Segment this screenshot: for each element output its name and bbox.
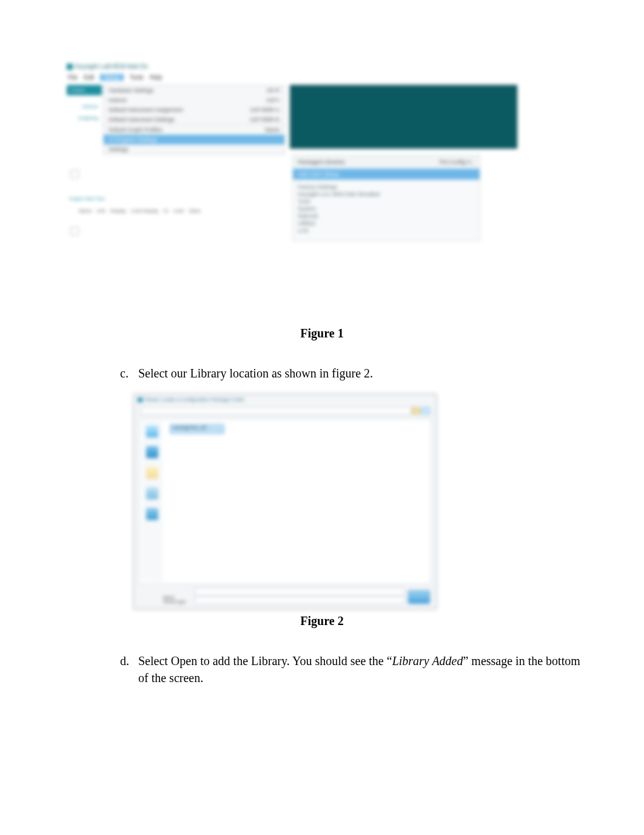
- right-banner: [290, 85, 517, 149]
- filetype-field[interactable]: [195, 597, 404, 604]
- library-list: Factory Settings Keysight LXA 4500 Disk …: [293, 180, 480, 240]
- app-title: Keysight LabVIEW Add-On: [75, 63, 148, 70]
- dialog-title: Please Locate a Configuration Package Fo…: [144, 397, 244, 402]
- figure-1-screenshot: Keysight LabVIEW Add-On File Edit Setup …: [67, 61, 515, 322]
- step-c: c. Select our Library location as shown …: [120, 365, 583, 382]
- header-right: Pre-Config V...: [440, 159, 475, 165]
- grid-col: Or: [163, 208, 169, 214]
- left-tabs: Chann Instrum Graphing: [67, 85, 102, 124]
- tab-channels[interactable]: Chann: [67, 85, 102, 95]
- place-recent-icon[interactable]: [146, 425, 158, 438]
- figure-1: Keysight LabVIEW Add-On File Edit Setup …: [61, 61, 583, 340]
- figure-2-caption: Figure 2: [61, 614, 583, 628]
- dialog-path-row: [140, 407, 430, 415]
- menu-item[interactable]: InstrumCtrl+I: [104, 95, 284, 105]
- right-panel: Packaged Libraries: Pre-Config V... Add …: [292, 155, 480, 241]
- menu-file[interactable]: File: [68, 74, 78, 81]
- path-field[interactable]: [140, 407, 412, 414]
- setup-dropdown: Hardware SettingsAlt+S InstrumCtrl+I Def…: [103, 85, 285, 155]
- menubar: File Edit Setup Tools Help: [68, 74, 162, 81]
- new-folder-icon[interactable]: [421, 407, 430, 414]
- figure-1-caption: Figure 1: [61, 326, 583, 340]
- place-desktop-icon[interactable]: [146, 446, 158, 458]
- right-panel-header: Packaged Libraries: Pre-Config V...: [293, 155, 480, 169]
- place-network-icon[interactable]: [146, 508, 158, 520]
- menu-item[interactable]: Default Instrument AssignmentCtrl+Shift+…: [104, 105, 284, 115]
- menu-item[interactable]: Default Instrument SettingsCtrl+Shift+D: [104, 115, 284, 124]
- step-d-italic: Library Added: [392, 654, 463, 668]
- filetype-label: Source type: [163, 600, 191, 604]
- figure-2-screenshot: Please Locate a Configuration Package Fo…: [133, 394, 437, 609]
- filename-field[interactable]: [195, 588, 404, 595]
- step-d: d. Select Open to add the Library. You s…: [120, 652, 583, 686]
- dialog-app-icon: [138, 397, 143, 402]
- dialog-file-area: LaverageText_v07: [139, 419, 431, 584]
- step-c-marker: c.: [120, 365, 138, 382]
- place-documents-icon[interactable]: [146, 467, 158, 479]
- list-item[interactable]: Factory Settings: [298, 183, 475, 191]
- menu-item[interactable]: Settings: [104, 144, 284, 154]
- menu-edit[interactable]: Edit: [84, 74, 94, 81]
- left-section-label: Graph Field Text: [69, 196, 105, 201]
- menu-setup[interactable]: Setup: [100, 74, 123, 81]
- grid-col: Unit: [96, 208, 105, 214]
- app-titlebar: Keysight LabVIEW Add-On: [67, 63, 148, 70]
- open-button[interactable]: [408, 590, 430, 604]
- grid-col: Display: [110, 208, 126, 214]
- up-folder-icon[interactable]: [412, 407, 420, 414]
- grid-col: Limit Display: [131, 208, 158, 214]
- selected-folder[interactable]: LaverageText_v07: [170, 424, 224, 434]
- tab-instruments[interactable]: Instrum: [67, 95, 102, 112]
- grid-col: Name: [79, 208, 92, 214]
- sidebar-icon[interactable]: [70, 170, 79, 178]
- list-item[interactable]: Toolz: [298, 198, 475, 205]
- step-d-marker: d.: [120, 652, 138, 686]
- list-item[interactable]: Utilities: [298, 220, 475, 227]
- grid-col: Limit: [173, 208, 184, 214]
- menu-item[interactable]: Default Graph ProfilesName: [104, 124, 284, 135]
- places-sidebar: [142, 422, 163, 581]
- list-item[interactable]: LAN: [298, 227, 475, 234]
- menu-item-highlight[interactable]: VI Program Settings: [104, 135, 284, 144]
- menu-tools[interactable]: Tools: [130, 74, 144, 81]
- header-left: Packaged Libraries:: [298, 159, 346, 165]
- menu-help[interactable]: Help: [150, 74, 163, 81]
- figure-2: Please Locate a Configuration Package Fo…: [61, 394, 583, 628]
- grid-col: Value: [189, 208, 201, 214]
- menu-item[interactable]: Hardware SettingsAlt+S: [104, 86, 284, 95]
- left-icon-column: [70, 170, 82, 235]
- app-icon: [67, 64, 73, 70]
- tab-graphing[interactable]: Graphing: [67, 112, 102, 124]
- list-item[interactable]: National: [298, 212, 475, 220]
- list-item[interactable]: System: [298, 205, 475, 212]
- place-computer-icon[interactable]: [146, 487, 158, 499]
- list-item[interactable]: Keysight LXA 4500 Disk Simulator: [298, 191, 475, 198]
- grid-header-row: Name Unit Display Limit Display Or Limit…: [79, 208, 201, 214]
- dialog-bottom: Name Source type: [163, 587, 430, 604]
- sidebar-icon[interactable]: [70, 227, 79, 235]
- right-panel-selected[interactable]: Add LNXI Library: [293, 169, 480, 180]
- filename-label: Name: [163, 595, 191, 600]
- step-d-prefix: Select Open to add the Library. You shou…: [138, 654, 392, 668]
- dialog-titlebar: Please Locate a Configuration Package Fo…: [138, 397, 244, 402]
- step-d-text: Select Open to add the Library. You shou…: [138, 652, 583, 686]
- step-c-text: Select our Library location as shown in …: [138, 365, 583, 382]
